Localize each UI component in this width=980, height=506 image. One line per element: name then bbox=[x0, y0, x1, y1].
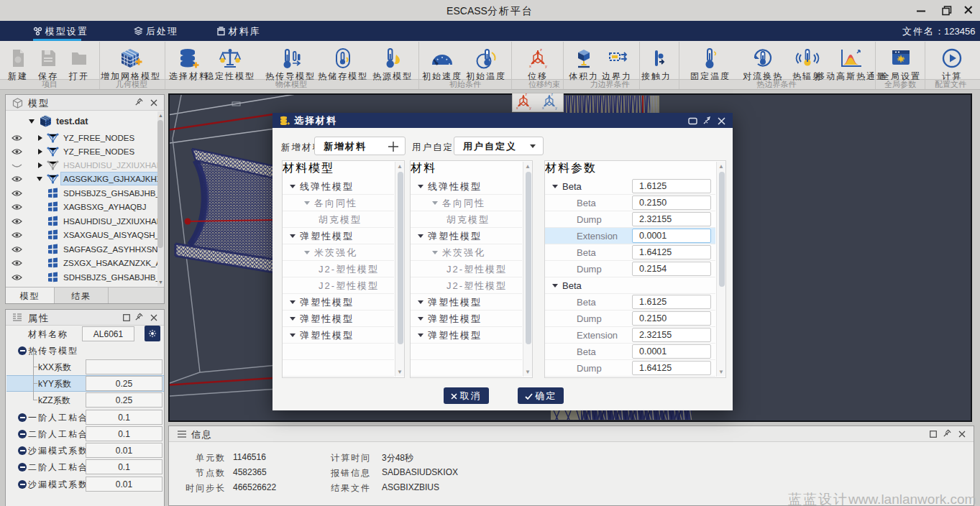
svg-text:x: x bbox=[529, 64, 531, 68]
svg-text:y: y bbox=[529, 106, 531, 110]
svg-text:x: x bbox=[542, 106, 544, 110]
svg-text:x: x bbox=[516, 106, 518, 110]
svg-text:z: z bbox=[525, 93, 527, 96]
svg-text:z: z bbox=[551, 93, 553, 96]
svg-text:y: y bbox=[555, 106, 557, 110]
